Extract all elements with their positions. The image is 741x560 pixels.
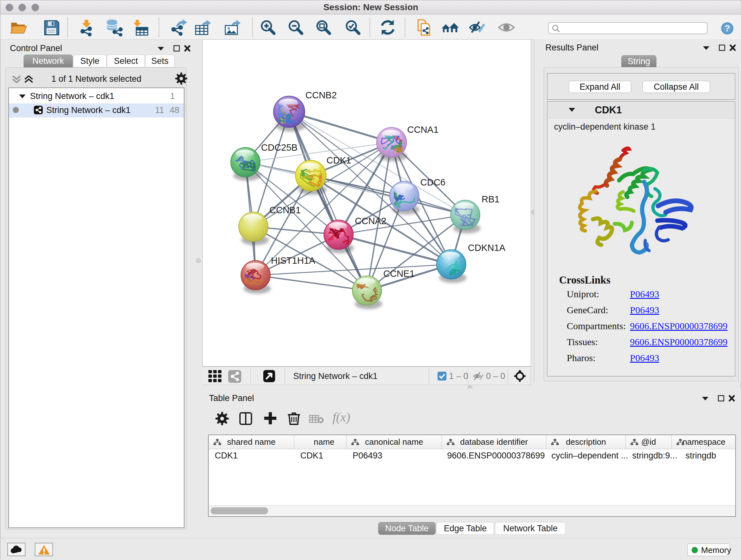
svg-text:?: ? <box>725 23 730 33</box>
svg-text:CCNA1: CCNA1 <box>407 125 439 135</box>
svg-text:CDC6: CDC6 <box>420 177 446 187</box>
svg-text:CCNB2: CCNB2 <box>306 90 337 100</box>
svg-text:RB1: RB1 <box>482 194 499 204</box>
svg-text:CCNB1: CCNB1 <box>269 205 300 215</box>
svg-text:CCNA2: CCNA2 <box>355 216 386 226</box>
svg-text:CDK1: CDK1 <box>327 155 351 165</box>
svg-text:CDC25B: CDC25B <box>261 142 297 152</box>
svg-text:HIST1H1A: HIST1H1A <box>271 255 315 266</box>
svg-text:CDKN1A: CDKN1A <box>468 243 506 253</box>
svg-text:CCNE1: CCNE1 <box>383 268 414 279</box>
